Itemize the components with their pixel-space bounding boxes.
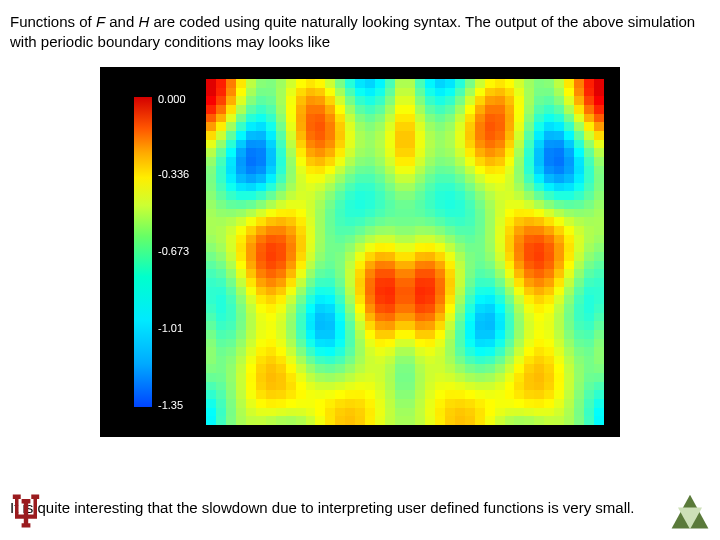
intro-text-2: and xyxy=(105,13,138,30)
outro-paragraph: It is quite interesting that the slowdow… xyxy=(10,498,710,518)
var-F: F xyxy=(96,13,105,30)
colorbar-tick-3: -1.01 xyxy=(158,322,183,334)
figure-container: 0.000 -0.336 -0.673 -1.01 -1.35 xyxy=(0,67,720,437)
iu-trident-logo-icon xyxy=(4,488,48,532)
colorbar-tick-2: -0.673 xyxy=(158,245,189,257)
simulation-figure: 0.000 -0.336 -0.673 -1.01 -1.35 xyxy=(100,67,620,437)
heatmap-canvas xyxy=(206,79,604,425)
colorbar-tick-0: 0.000 xyxy=(158,93,186,105)
colorbar xyxy=(134,97,152,407)
colorbar-tick-4: -1.35 xyxy=(158,399,183,411)
intro-text-1: Functions of xyxy=(10,13,96,30)
corner-mark-icon xyxy=(670,494,710,530)
heatmap xyxy=(206,79,604,425)
var-H: H xyxy=(138,13,149,30)
intro-paragraph: Functions of F and H are coded using qui… xyxy=(0,0,720,61)
colorbar-tick-1: -0.336 xyxy=(158,168,189,180)
